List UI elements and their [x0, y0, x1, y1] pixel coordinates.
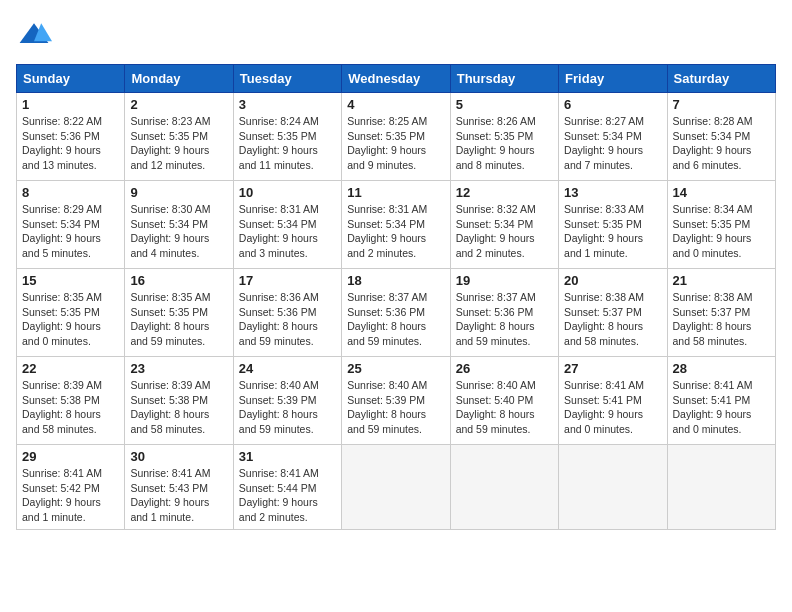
table-row: 6 Sunrise: 8:27 AM Sunset: 5:34 PM Dayli… — [559, 93, 667, 181]
day-info: Sunrise: 8:36 AM Sunset: 5:36 PM Dayligh… — [239, 290, 336, 349]
table-row: 8 Sunrise: 8:29 AM Sunset: 5:34 PM Dayli… — [17, 181, 125, 269]
col-thursday: Thursday — [450, 65, 558, 93]
table-row: 23 Sunrise: 8:39 AM Sunset: 5:38 PM Dayl… — [125, 357, 233, 445]
day-number: 13 — [564, 185, 661, 200]
table-row: 1 Sunrise: 8:22 AM Sunset: 5:36 PM Dayli… — [17, 93, 125, 181]
day-info: Sunrise: 8:24 AM Sunset: 5:35 PM Dayligh… — [239, 114, 336, 173]
day-info: Sunrise: 8:40 AM Sunset: 5:40 PM Dayligh… — [456, 378, 553, 437]
day-number: 28 — [673, 361, 770, 376]
table-row: 10 Sunrise: 8:31 AM Sunset: 5:34 PM Dayl… — [233, 181, 341, 269]
day-number: 19 — [456, 273, 553, 288]
day-info: Sunrise: 8:41 AM Sunset: 5:43 PM Dayligh… — [130, 466, 227, 525]
day-info: Sunrise: 8:22 AM Sunset: 5:36 PM Dayligh… — [22, 114, 119, 173]
table-row: 22 Sunrise: 8:39 AM Sunset: 5:38 PM Dayl… — [17, 357, 125, 445]
day-number: 7 — [673, 97, 770, 112]
table-row: 26 Sunrise: 8:40 AM Sunset: 5:40 PM Dayl… — [450, 357, 558, 445]
day-info: Sunrise: 8:25 AM Sunset: 5:35 PM Dayligh… — [347, 114, 444, 173]
col-monday: Monday — [125, 65, 233, 93]
table-row — [342, 445, 450, 530]
day-number: 27 — [564, 361, 661, 376]
day-number: 14 — [673, 185, 770, 200]
day-number: 9 — [130, 185, 227, 200]
day-info: Sunrise: 8:39 AM Sunset: 5:38 PM Dayligh… — [130, 378, 227, 437]
day-info: Sunrise: 8:31 AM Sunset: 5:34 PM Dayligh… — [239, 202, 336, 261]
table-row: 7 Sunrise: 8:28 AM Sunset: 5:34 PM Dayli… — [667, 93, 775, 181]
calendar-week-row: 15 Sunrise: 8:35 AM Sunset: 5:35 PM Dayl… — [17, 269, 776, 357]
day-number: 29 — [22, 449, 119, 464]
day-info: Sunrise: 8:38 AM Sunset: 5:37 PM Dayligh… — [673, 290, 770, 349]
table-row: 19 Sunrise: 8:37 AM Sunset: 5:36 PM Dayl… — [450, 269, 558, 357]
day-number: 3 — [239, 97, 336, 112]
day-info: Sunrise: 8:41 AM Sunset: 5:44 PM Dayligh… — [239, 466, 336, 525]
col-sunday: Sunday — [17, 65, 125, 93]
day-number: 10 — [239, 185, 336, 200]
table-row: 13 Sunrise: 8:33 AM Sunset: 5:35 PM Dayl… — [559, 181, 667, 269]
day-info: Sunrise: 8:37 AM Sunset: 5:36 PM Dayligh… — [347, 290, 444, 349]
table-row: 28 Sunrise: 8:41 AM Sunset: 5:41 PM Dayl… — [667, 357, 775, 445]
day-info: Sunrise: 8:37 AM Sunset: 5:36 PM Dayligh… — [456, 290, 553, 349]
table-row: 24 Sunrise: 8:40 AM Sunset: 5:39 PM Dayl… — [233, 357, 341, 445]
day-info: Sunrise: 8:29 AM Sunset: 5:34 PM Dayligh… — [22, 202, 119, 261]
table-row: 2 Sunrise: 8:23 AM Sunset: 5:35 PM Dayli… — [125, 93, 233, 181]
day-number: 5 — [456, 97, 553, 112]
day-number: 30 — [130, 449, 227, 464]
day-info: Sunrise: 8:41 AM Sunset: 5:41 PM Dayligh… — [673, 378, 770, 437]
day-info: Sunrise: 8:40 AM Sunset: 5:39 PM Dayligh… — [347, 378, 444, 437]
calendar-week-row: 29 Sunrise: 8:41 AM Sunset: 5:42 PM Dayl… — [17, 445, 776, 530]
table-row: 11 Sunrise: 8:31 AM Sunset: 5:34 PM Dayl… — [342, 181, 450, 269]
table-row: 15 Sunrise: 8:35 AM Sunset: 5:35 PM Dayl… — [17, 269, 125, 357]
day-info: Sunrise: 8:38 AM Sunset: 5:37 PM Dayligh… — [564, 290, 661, 349]
col-saturday: Saturday — [667, 65, 775, 93]
day-info: Sunrise: 8:39 AM Sunset: 5:38 PM Dayligh… — [22, 378, 119, 437]
calendar-week-row: 22 Sunrise: 8:39 AM Sunset: 5:38 PM Dayl… — [17, 357, 776, 445]
table-row — [667, 445, 775, 530]
day-info: Sunrise: 8:40 AM Sunset: 5:39 PM Dayligh… — [239, 378, 336, 437]
day-number: 15 — [22, 273, 119, 288]
page-header — [16, 16, 776, 52]
day-number: 20 — [564, 273, 661, 288]
calendar-week-row: 8 Sunrise: 8:29 AM Sunset: 5:34 PM Dayli… — [17, 181, 776, 269]
day-info: Sunrise: 8:26 AM Sunset: 5:35 PM Dayligh… — [456, 114, 553, 173]
day-info: Sunrise: 8:35 AM Sunset: 5:35 PM Dayligh… — [130, 290, 227, 349]
day-info: Sunrise: 8:23 AM Sunset: 5:35 PM Dayligh… — [130, 114, 227, 173]
day-info: Sunrise: 8:34 AM Sunset: 5:35 PM Dayligh… — [673, 202, 770, 261]
day-number: 2 — [130, 97, 227, 112]
table-row — [559, 445, 667, 530]
logo-icon — [16, 16, 52, 52]
table-row: 25 Sunrise: 8:40 AM Sunset: 5:39 PM Dayl… — [342, 357, 450, 445]
col-wednesday: Wednesday — [342, 65, 450, 93]
day-info: Sunrise: 8:30 AM Sunset: 5:34 PM Dayligh… — [130, 202, 227, 261]
day-info: Sunrise: 8:28 AM Sunset: 5:34 PM Dayligh… — [673, 114, 770, 173]
day-number: 1 — [22, 97, 119, 112]
day-number: 31 — [239, 449, 336, 464]
day-number: 12 — [456, 185, 553, 200]
day-number: 8 — [22, 185, 119, 200]
day-info: Sunrise: 8:33 AM Sunset: 5:35 PM Dayligh… — [564, 202, 661, 261]
col-friday: Friday — [559, 65, 667, 93]
table-row: 4 Sunrise: 8:25 AM Sunset: 5:35 PM Dayli… — [342, 93, 450, 181]
table-row: 3 Sunrise: 8:24 AM Sunset: 5:35 PM Dayli… — [233, 93, 341, 181]
day-number: 16 — [130, 273, 227, 288]
table-row: 21 Sunrise: 8:38 AM Sunset: 5:37 PM Dayl… — [667, 269, 775, 357]
calendar-table: Sunday Monday Tuesday Wednesday Thursday… — [16, 64, 776, 530]
day-number: 24 — [239, 361, 336, 376]
day-number: 25 — [347, 361, 444, 376]
table-row: 16 Sunrise: 8:35 AM Sunset: 5:35 PM Dayl… — [125, 269, 233, 357]
day-info: Sunrise: 8:27 AM Sunset: 5:34 PM Dayligh… — [564, 114, 661, 173]
table-row: 5 Sunrise: 8:26 AM Sunset: 5:35 PM Dayli… — [450, 93, 558, 181]
day-number: 26 — [456, 361, 553, 376]
table-row: 30 Sunrise: 8:41 AM Sunset: 5:43 PM Dayl… — [125, 445, 233, 530]
day-info: Sunrise: 8:31 AM Sunset: 5:34 PM Dayligh… — [347, 202, 444, 261]
col-tuesday: Tuesday — [233, 65, 341, 93]
day-info: Sunrise: 8:41 AM Sunset: 5:42 PM Dayligh… — [22, 466, 119, 525]
day-number: 23 — [130, 361, 227, 376]
table-row: 31 Sunrise: 8:41 AM Sunset: 5:44 PM Dayl… — [233, 445, 341, 530]
day-number: 6 — [564, 97, 661, 112]
table-row: 17 Sunrise: 8:36 AM Sunset: 5:36 PM Dayl… — [233, 269, 341, 357]
calendar-header-row: Sunday Monday Tuesday Wednesday Thursday… — [17, 65, 776, 93]
day-info: Sunrise: 8:41 AM Sunset: 5:41 PM Dayligh… — [564, 378, 661, 437]
day-number: 11 — [347, 185, 444, 200]
table-row: 14 Sunrise: 8:34 AM Sunset: 5:35 PM Dayl… — [667, 181, 775, 269]
table-row: 9 Sunrise: 8:30 AM Sunset: 5:34 PM Dayli… — [125, 181, 233, 269]
table-row: 27 Sunrise: 8:41 AM Sunset: 5:41 PM Dayl… — [559, 357, 667, 445]
